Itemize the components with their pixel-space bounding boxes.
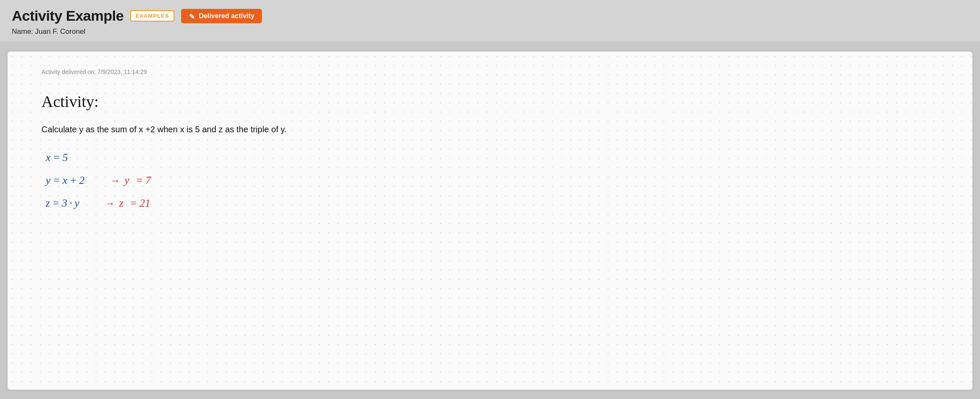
pencil-icon: ✎: [189, 13, 195, 19]
math-expr-z: z = 3 · y: [46, 197, 80, 210]
activity-description: Calculate y as the sum of x +2 when x is…: [41, 123, 939, 136]
math-row-2: y = x + 2 → y = 7: [46, 174, 939, 187]
arrow-icon-2: →: [105, 198, 115, 209]
math-expr-y: y = x + 2: [46, 174, 85, 187]
math-result-y: → y = 7: [110, 174, 151, 187]
header-top-row: Activity Example EXAMPLES ✎ Delivered ac…: [12, 8, 968, 24]
delivered-on-label: Activity delivered on: 7/9/2023, 11:14:2…: [41, 68, 939, 75]
page-header: Activity Example EXAMPLES ✎ Delivered ac…: [0, 0, 980, 42]
delivered-activity-button[interactable]: ✎ Delivered activity: [181, 9, 262, 23]
math-row-1: x = 5: [46, 151, 939, 164]
activity-content-panel: Activity delivered on: 7/9/2023, 11:14:2…: [8, 52, 972, 390]
page-title: Activity Example: [12, 8, 124, 24]
arrow-icon-1: →: [110, 175, 120, 186]
math-block: x = 5 y = x + 2 → y = 7 z = 3 · y → z = …: [46, 151, 939, 210]
math-expr-x: x = 5: [46, 151, 68, 164]
math-result-z: → z = 21: [105, 197, 151, 210]
student-name: Name: Juan F. Coronel: [12, 27, 968, 36]
examples-badge: EXAMPLES: [130, 10, 174, 22]
math-row-3: z = 3 · y → z = 21: [46, 197, 939, 210]
activity-heading: Activity:: [41, 92, 939, 111]
delivered-btn-label: Delivered activity: [199, 12, 255, 20]
